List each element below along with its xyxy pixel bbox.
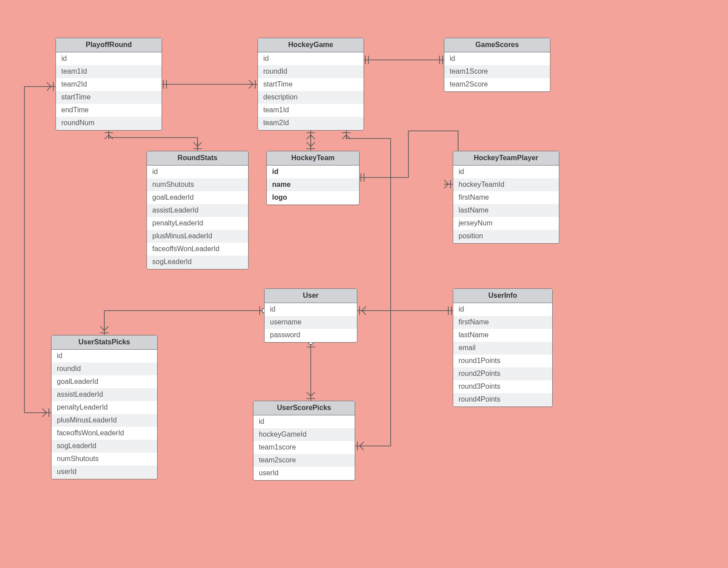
entity-field: team2score [253,454,355,467]
entity-field: roundId [258,65,364,78]
entity-field: goalLeaderId [51,375,157,388]
entity-field: userId [51,465,157,478]
entity-title: UserInfo [453,289,552,303]
entity-field: plusMinusLeaderId [51,414,157,427]
entity-field: sogLeaderId [147,256,248,268]
entity-field: team2Id [258,117,364,130]
entity-field: email [453,342,552,355]
entity-field: position [453,230,559,243]
er-diagram-canvas: PlayoffRoundidteam1Idteam2IdstartTimeend… [0,0,728,568]
entity-field: startTime [56,91,162,104]
entity-playoffround[interactable]: PlayoffRoundidteam1Idteam2IdstartTimeend… [55,38,162,130]
entity-field: hockeyGameId [253,428,355,441]
entity-field: hockeyTeamId [453,178,559,191]
entity-title: UserScorePicks [253,401,355,415]
entity-title: HockeyTeamPlayer [453,151,559,166]
entity-field: password [265,329,357,342]
entity-field: penaltyLeaderId [147,217,248,230]
entity-userinfo[interactable]: UserInfoidfirstNamelastNameemailround1Po… [453,288,553,407]
entity-field: penaltyLeaderId [51,401,157,414]
entity-field: id [51,350,157,363]
entity-field: roundId [51,363,157,375]
entity-field: goalLeaderId [147,191,248,204]
entity-field: endTime [56,104,162,117]
entity-hockeyteam[interactable]: HockeyTeamidnamelogo [266,151,360,205]
entity-field: jerseyNum [453,217,559,230]
entity-field: lastName [453,204,559,217]
entity-field: id [56,52,162,65]
entity-field: assistLeaderId [51,388,157,401]
entity-hockeygame[interactable]: HockeyGameidroundIdstartTimedescriptiont… [257,38,364,130]
entity-gamescores[interactable]: GameScoresidteam1Scoreteam2Score [444,38,550,92]
entity-field: team2Score [444,78,550,91]
entity-field: faceoffsWonLeaderId [147,243,248,256]
entity-field: logo [267,191,359,204]
entity-field: round2Points [453,367,552,380]
entity-field: round3Points [453,380,552,393]
entity-field: name [267,178,359,191]
entity-field: numShutouts [147,178,248,191]
entity-field: description [258,91,364,104]
entity-user[interactable]: Useridusernamepassword [264,288,357,343]
entity-hockeyteamplayer[interactable]: HockeyTeamPlayeridhockeyTeamIdfirstNamel… [453,151,559,244]
entity-field: team1Id [258,104,364,117]
entity-field: id [267,166,359,178]
entity-field: round1Points [453,355,552,367]
entity-title: HockeyGame [258,38,364,52]
entity-field: id [453,303,552,316]
entity-field: username [265,316,357,329]
entity-title: RoundStats [147,151,248,166]
entity-title: User [265,289,357,303]
entity-field: id [265,303,357,316]
entity-field: startTime [258,78,364,91]
entity-field: team2Id [56,78,162,91]
entity-field: id [147,166,248,178]
entity-field: team1score [253,441,355,454]
entity-field: roundNum [56,117,162,130]
entity-field: lastName [453,329,552,342]
entity-field: team1Score [444,65,550,78]
entity-userstatspicks[interactable]: UserStatsPicksidroundIdgoalLeaderIdassis… [51,335,158,479]
entity-title: PlayoffRound [56,38,162,52]
entity-roundstats[interactable]: RoundStatsidnumShutoutsgoalLeaderIdassis… [146,151,249,269]
entity-field: userId [253,467,355,480]
entity-field: id [453,166,559,178]
entity-field: round4Points [453,393,552,406]
entity-field: assistLeaderId [147,204,248,217]
entity-title: HockeyTeam [267,151,359,166]
entity-title: UserStatsPicks [51,335,157,350]
entity-field: firstName [453,316,552,329]
entity-title: GameScores [444,38,550,52]
entity-field: team1Id [56,65,162,78]
entity-userscorepicks[interactable]: UserScorePicksidhockeyGameIdteam1scorete… [253,401,355,481]
entity-field: plusMinusLeaderId [147,230,248,243]
entity-field: numShutouts [51,453,157,465]
entity-field: id [444,52,550,65]
entity-field: faceoffsWonLeaderId [51,427,157,440]
entity-field: id [258,52,364,65]
entity-field: id [253,415,355,428]
entity-field: firstName [453,191,559,204]
entity-field: sogLeaderId [51,440,157,453]
